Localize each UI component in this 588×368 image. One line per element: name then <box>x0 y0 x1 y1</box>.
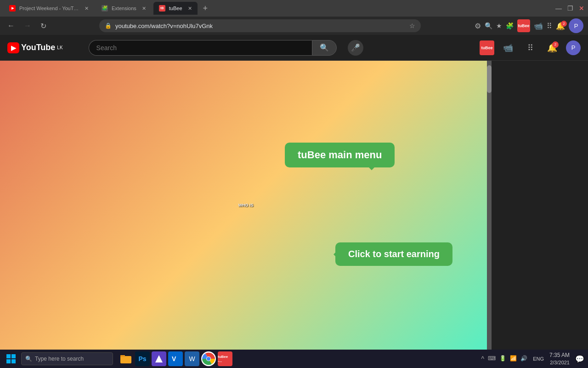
taskbar-language: ENG <box>533 356 544 362</box>
svg-rect-1 <box>11 354 16 358</box>
scrollbar-thumb[interactable] <box>487 65 492 93</box>
svg-rect-3 <box>11 359 16 363</box>
panel-scrollbar[interactable] <box>487 61 492 350</box>
svg-marker-6 <box>155 355 163 362</box>
ext-favicon: 🧩 <box>102 5 108 12</box>
youtube-logo[interactable]: ▶ YouTube LK <box>7 42 63 53</box>
vs-icon: V <box>171 354 180 363</box>
yt-logo-text: YouTube <box>21 43 55 52</box>
yt-logo-icon: ▶ <box>7 42 19 53</box>
taskbar-app-icons: Ps V W tuBee -. <box>119 351 232 366</box>
address-text: youtube.com/watch?v=nohUlu7vGnk <box>115 23 213 29</box>
tubee-yt-header-icon[interactable]: tuBee <box>480 40 494 55</box>
taskbar-app1-icon[interactable] <box>152 351 166 366</box>
taskbar-clock: 7:35 AM 2/3/2021 <box>549 351 570 366</box>
yt-logo-country: LK <box>57 45 62 50</box>
yt-search-box: 🔍 <box>89 40 337 56</box>
main-content: tuBee main menu Click to start earning t… <box>0 61 588 350</box>
chrome-icon <box>202 352 215 365</box>
windows-icon <box>6 354 16 363</box>
zoom-btn[interactable]: 🔍 <box>485 22 492 29</box>
restore-button[interactable]: ❐ <box>567 5 573 12</box>
taskbar-chevron-icon[interactable]: ^ <box>481 355 485 362</box>
tab-1-close[interactable]: ✕ <box>85 6 89 12</box>
extension-btn[interactable]: ⚙ <box>475 22 481 30</box>
yt-bell-badge: 2 <box>552 41 559 48</box>
svg-rect-0 <box>6 354 11 358</box>
user-avatar[interactable]: P <box>569 18 583 33</box>
tab-3-label: tuBee <box>169 6 182 11</box>
tab-2-close[interactable]: ✕ <box>142 6 146 12</box>
tooltip-main-menu-text: tuBee main menu <box>298 149 382 161</box>
tab-3[interactable]: tB tuBee ✕ <box>153 2 198 15</box>
star-btn[interactable]: ★ <box>496 22 502 29</box>
tooltip-earn-text: Click to start earning <box>348 249 440 259</box>
taskbar: 🔍 Type here to search Ps V W <box>0 350 588 368</box>
tab-2-label: Extensions <box>112 6 136 11</box>
row2-video-cell: WHO IS 100 Riddles Marathon Is Olymp... <box>43 265 301 288</box>
notification-icon-wrap: 🔔 2 <box>556 22 565 30</box>
youtube-page-area <box>492 61 588 350</box>
video-btn[interactable]: 📹 <box>534 22 543 30</box>
upload-video-btn[interactable]: 📹 <box>500 40 516 56</box>
right-toolbar: ⚙ 🔍 ★ 🧩 tuBee 📹 ⠿ 🔔 2 P <box>475 18 583 33</box>
app1-icon <box>154 354 164 363</box>
address-action-icons: ☆ <box>409 22 415 29</box>
tooltip-main-menu: tuBee main menu <box>285 143 395 167</box>
yt-favicon: ▶ <box>9 5 16 12</box>
tab-3-close[interactable]: ✕ <box>188 6 192 12</box>
taskbar-chrome-icon[interactable] <box>201 351 216 366</box>
taskbar-word-icon[interactable]: W <box>185 351 199 366</box>
yt-notification-btn[interactable]: 🔔 2 <box>544 40 560 56</box>
taskbar-volume-icon[interactable]: 🔊 <box>520 355 527 362</box>
taskbar-sys-icons: ^ ⌨ 🔋 📶 🔊 <box>481 355 528 362</box>
window-controls: — ❐ ✕ <box>555 5 584 12</box>
yt-mic-button[interactable]: 🎤 <box>348 40 363 56</box>
tubee-extension-icon[interactable]: tuBee <box>517 19 530 32</box>
tab-2[interactable]: 🧩 Extensions ✕ <box>96 2 152 15</box>
row2-thumb-visual: WHO IS <box>43 265 80 288</box>
taskbar-left: 🔍 Type here to search <box>4 351 113 366</box>
tab-1[interactable]: ▶ Project Weekend - YouTube ✕ <box>4 2 94 15</box>
apps-grid-btn[interactable]: ⠿ <box>547 22 552 30</box>
tubee-favicon: tB <box>159 5 165 12</box>
svg-rect-5 <box>120 355 125 357</box>
address-bar: ← → ↻ 🔒 youtube.com/watch?v=nohUlu7vGnk … <box>0 17 588 35</box>
new-tab-button[interactable]: + <box>199 4 212 13</box>
taskbar-wifi-icon[interactable]: 📶 <box>510 355 517 362</box>
back-button[interactable]: ← <box>5 21 17 31</box>
minimize-button[interactable]: — <box>555 5 562 12</box>
yt-right-icons: tuBee 📹 ⠿ 🔔 2 P <box>480 40 581 56</box>
svg-rect-2 <box>6 359 11 363</box>
puzzle-btn[interactable]: 🧩 <box>506 22 514 29</box>
tab-1-label: Project Weekend - YouTube <box>19 6 79 11</box>
taskbar-keyboard-icon[interactable]: ⌨ <box>488 355 496 362</box>
taskbar-vs-icon[interactable]: V <box>168 351 183 366</box>
taskbar-search-placeholder: Type here to search <box>35 356 84 362</box>
bookmark-icon[interactable]: ☆ <box>409 22 415 29</box>
taskbar-tubee-icon[interactable]: tuBee -... <box>218 351 232 366</box>
address-input-box[interactable]: 🔒 youtube.com/watch?v=nohUlu7vGnk ☆ <box>99 19 421 32</box>
refresh-button[interactable]: ↻ <box>38 21 49 31</box>
yt-user-avatar[interactable]: P <box>566 40 581 55</box>
apps-grid-yt-btn[interactable]: ⠿ <box>522 40 538 56</box>
taskbar-search-box[interactable]: 🔍 Type here to search <box>21 352 113 365</box>
taskbar-battery-icon[interactable]: 🔋 <box>499 355 506 362</box>
close-button[interactable]: ✕ <box>579 5 584 12</box>
yt-search-button[interactable]: 🔍 <box>312 40 337 56</box>
tubee-ext-label: tuBee <box>518 23 529 28</box>
taskbar-search-icon: 🔍 <box>25 356 32 362</box>
svg-text:V: V <box>172 355 176 362</box>
start-button[interactable] <box>4 351 18 366</box>
taskbar-ps-icon[interactable]: Ps <box>135 351 150 366</box>
forward-button[interactable]: → <box>21 21 34 31</box>
extension-panel-wrapper: tuBee main menu Click to start earning t… <box>0 61 492 350</box>
taskbar-explorer-icon[interactable] <box>119 351 133 366</box>
yt-search-input[interactable] <box>89 40 312 56</box>
tooltip-earn: Click to start earning <box>335 242 452 266</box>
taskbar-time-display: 7:35 AM <box>549 351 570 359</box>
table-row: 02 WHO IS 100 Riddles Marathon Is Olymp.… <box>7 262 480 293</box>
lock-icon: 🔒 <box>105 23 112 29</box>
youtube-header: ▶ YouTube LK 🔍 🎤 tuBee 📹 ⠿ 🔔 2 P <box>0 35 588 61</box>
taskbar-notification-btn[interactable]: 💬 <box>575 355 584 363</box>
